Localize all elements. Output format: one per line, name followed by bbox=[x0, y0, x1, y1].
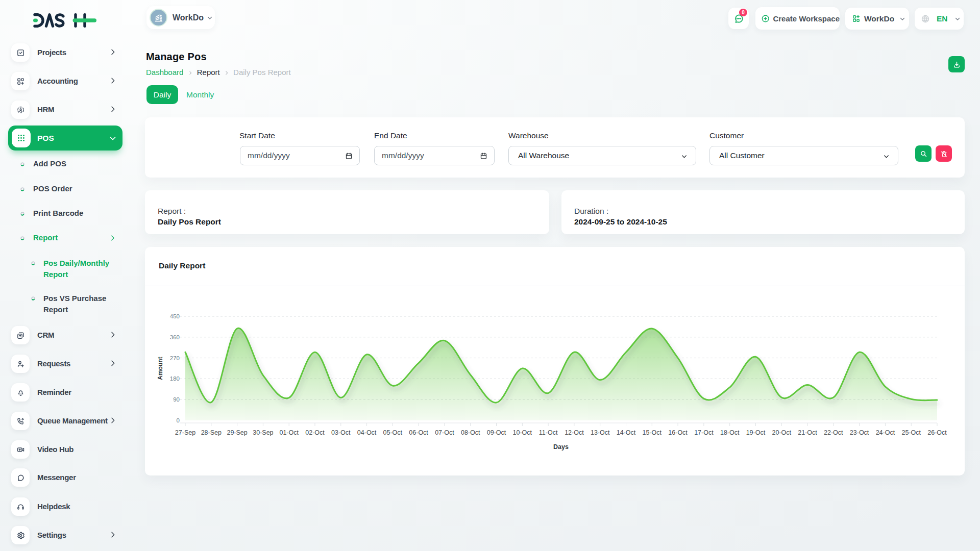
svg-text:270: 270 bbox=[170, 355, 180, 361]
svg-text:17-Oct: 17-Oct bbox=[694, 429, 714, 436]
svg-text:20-Oct: 20-Oct bbox=[772, 429, 791, 436]
svg-text:24-Oct: 24-Oct bbox=[876, 429, 895, 436]
svg-text:27-Sep: 27-Sep bbox=[175, 429, 195, 436]
svg-text:15-Oct: 15-Oct bbox=[643, 429, 662, 436]
svg-text:02-Oct: 02-Oct bbox=[305, 429, 325, 436]
svg-text:16-Oct: 16-Oct bbox=[668, 429, 688, 436]
svg-text:03-Oct: 03-Oct bbox=[331, 429, 351, 436]
svg-text:0: 0 bbox=[177, 417, 180, 423]
svg-text:22-Oct: 22-Oct bbox=[824, 429, 843, 436]
svg-text:25-Oct: 25-Oct bbox=[901, 429, 921, 436]
svg-text:05-Oct: 05-Oct bbox=[383, 429, 403, 436]
svg-text:360: 360 bbox=[170, 334, 180, 340]
svg-text:04-Oct: 04-Oct bbox=[357, 429, 377, 436]
svg-text:07-Oct: 07-Oct bbox=[435, 429, 454, 436]
svg-text:30-Sep: 30-Sep bbox=[253, 429, 273, 436]
svg-text:Days: Days bbox=[553, 443, 569, 450]
svg-text:08-Oct: 08-Oct bbox=[461, 429, 480, 436]
svg-text:14-Oct: 14-Oct bbox=[617, 429, 636, 436]
svg-text:28-Sep: 28-Sep bbox=[201, 429, 222, 436]
svg-text:21-Oct: 21-Oct bbox=[798, 429, 817, 436]
svg-text:Amount: Amount bbox=[157, 357, 164, 380]
svg-text:11-Oct: 11-Oct bbox=[539, 429, 558, 436]
svg-text:450: 450 bbox=[170, 313, 180, 319]
svg-text:12-Oct: 12-Oct bbox=[565, 429, 584, 436]
svg-text:90: 90 bbox=[173, 396, 180, 403]
svg-text:06-Oct: 06-Oct bbox=[409, 429, 428, 436]
svg-text:18-Oct: 18-Oct bbox=[720, 429, 740, 436]
svg-text:19-Oct: 19-Oct bbox=[746, 429, 766, 436]
svg-text:26-Oct: 26-Oct bbox=[927, 429, 947, 436]
svg-text:29-Sep: 29-Sep bbox=[227, 429, 247, 436]
svg-text:01-Oct: 01-Oct bbox=[279, 429, 299, 436]
svg-text:09-Oct: 09-Oct bbox=[487, 429, 506, 436]
svg-text:13-Oct: 13-Oct bbox=[591, 429, 610, 436]
svg-text:10-Oct: 10-Oct bbox=[513, 429, 532, 436]
svg-text:23-Oct: 23-Oct bbox=[850, 429, 869, 436]
svg-text:180: 180 bbox=[170, 375, 180, 382]
